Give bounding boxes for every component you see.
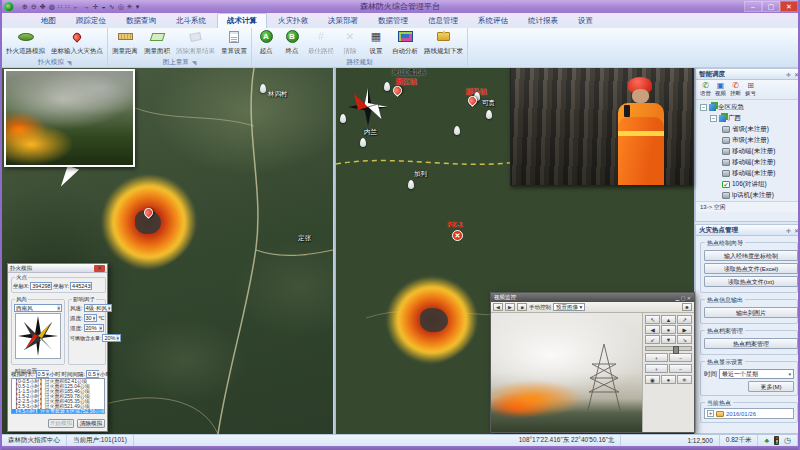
dialog-close-icon[interactable] — [94, 265, 105, 272]
map-pin-icon[interactable] — [340, 114, 346, 123]
auto-analysis-button[interactable]: 自动分析 — [389, 28, 421, 57]
group-launcher-icon[interactable]: ◥ — [192, 59, 197, 66]
tab-map[interactable]: 地图 — [32, 14, 65, 28]
tab-settings[interactable]: 设置 — [569, 14, 602, 28]
dispatch-panel-header[interactable]: 智能调度 ✛ ✕ — [696, 69, 800, 80]
tab-reports[interactable]: 统计报表 — [519, 14, 567, 28]
operator-icon[interactable]: ☻ — [682, 303, 692, 311]
route-end-button[interactable]: B 终点 — [279, 28, 305, 57]
tab-info-mgmt[interactable]: 信息管理 — [419, 14, 467, 28]
globe-icon[interactable]: ◍ — [49, 2, 55, 12]
route-dispatch-button[interactable]: 路线规划下发 — [421, 28, 466, 57]
collapse-icon[interactable]: − — [700, 104, 707, 111]
tree-node-terminal[interactable]: 省级(未注册) — [700, 124, 800, 135]
video-feed[interactable] — [491, 313, 642, 432]
split-view-icon[interactable]: ∷ — [65, 2, 69, 12]
ptz-home-icon[interactable]: ● — [661, 325, 676, 334]
hotspot-panel-header[interactable]: 火灾热点管理 ✛ ✕ — [696, 225, 800, 236]
video-window-buttons[interactable]: ▁ ▢ ✕ — [675, 295, 691, 301]
map-scale-readout[interactable]: 1:12,500 — [681, 435, 719, 446]
humidity-select[interactable]: 20%▾ — [84, 324, 104, 332]
zoom-out-icon[interactable]: ⊖ — [31, 2, 37, 12]
tools-icon[interactable]: ✳ — [127, 2, 133, 12]
focus-far-icon[interactable]: － — [669, 364, 692, 373]
dial-button[interactable]: ⊞拨号 — [745, 82, 756, 97]
ptz-speed-slider[interactable] — [645, 346, 692, 351]
qat-dropdown-icon[interactable]: ▾ — [136, 2, 140, 12]
ptz-down-right-icon[interactable]: ↘ — [677, 335, 692, 344]
back-icon[interactable]: ← — [73, 2, 80, 12]
map-pin-icon[interactable] — [486, 110, 492, 119]
tree-node-root[interactable]: − 全区应急 — [700, 102, 800, 113]
current-hotspot-item[interactable]: + 2016/01/26 — [704, 408, 794, 419]
map-pin-icon[interactable] — [454, 126, 460, 135]
ptz-up-right-icon[interactable]: ↗ — [677, 315, 692, 324]
video-call-button[interactable]: ▣视频 — [715, 82, 726, 97]
measure-distance-button[interactable]: 测量距离 — [109, 28, 141, 57]
tree-node-region[interactable]: − 广西 — [700, 113, 800, 124]
simulation-results-list[interactable]: 【0-0.5小时】过火面积62.41公顷 【0.5-1小时】过火面积125.04… — [11, 378, 105, 414]
wind-speed-select[interactable]: 4级·和风▾ — [84, 304, 113, 312]
pin-icon[interactable]: ✛ — [786, 227, 791, 234]
close-button[interactable] — [780, 1, 798, 12]
tab-system-eval[interactable]: 系统评估 — [469, 14, 517, 28]
interval-select[interactable]: 0.5▾ — [86, 370, 99, 378]
clear-measure-button[interactable]: 清除测量结果 — [173, 28, 218, 57]
globe2-icon[interactable]: ◎ — [118, 2, 124, 12]
coord-x-field[interactable]: 3942987 — [30, 282, 52, 290]
ptz-right-icon[interactable]: ▶ — [677, 325, 692, 334]
video-title-bar[interactable]: 视频监控 ▁ ▢ ✕ — [491, 293, 694, 302]
voice-call-button[interactable]: ✆语音 — [700, 82, 711, 97]
grid-icon[interactable]: ∷ — [58, 2, 62, 12]
duration-select[interactable]: 0.5▾ — [36, 370, 49, 378]
zoom-minus-icon[interactable]: － — [669, 353, 692, 362]
more-button[interactable]: 更多(M) — [748, 381, 794, 392]
read-excel-button[interactable]: 读取热点文件(Excel) — [704, 263, 798, 274]
tree-node-terminal[interactable]: 移动端(未注册) — [700, 146, 800, 157]
time-range-select[interactable]: 最近一个星期▾ — [719, 369, 794, 379]
measure-area-button[interactable]: 测量面积 — [141, 28, 173, 57]
forward-icon[interactable]: → — [83, 2, 90, 12]
fire-location-marker[interactable] — [452, 230, 463, 241]
map-pin-icon[interactable] — [408, 180, 414, 189]
best-route-button[interactable]: 最佳路径 — [305, 28, 337, 57]
archive-manage-button[interactable]: 热点档案管理 — [704, 338, 798, 349]
pin-icon[interactable]: ✛ — [786, 71, 791, 78]
coord-input-hotspot-button[interactable]: 坐标输入火灾热点 — [48, 28, 106, 57]
traffic-light-icon[interactable] — [774, 436, 779, 445]
read-txt-button[interactable]: 读取热点文件(txt) — [704, 276, 798, 287]
snapshot-icon[interactable]: ◉ — [645, 375, 660, 384]
tab-tracking[interactable]: 跟踪定位 — [67, 14, 115, 28]
measure-icon[interactable]: ∿ — [109, 2, 115, 12]
preset-select[interactable]: 预置图像 ▾ — [553, 303, 585, 311]
fire-photo-overlay[interactable] — [4, 69, 135, 167]
tree-node-terminal[interactable]: 移动端(未注册) — [700, 157, 800, 168]
tree-node-terminal[interactable]: ip话机(未注册) — [700, 190, 800, 201]
tree-node-terminal[interactable]: 移动端(未注册) — [700, 168, 800, 179]
app-logo-icon[interactable] — [4, 2, 14, 12]
tab-deployment[interactable]: 决策部署 — [319, 14, 367, 28]
ptz-up-left-icon[interactable]: ↖ — [645, 315, 660, 324]
minimize-button[interactable] — [744, 1, 762, 12]
fire-road-sim-button[interactable]: 扑火道路模拟 — [3, 28, 48, 57]
tree-node-terminal[interactable]: 市级(未注册) — [700, 135, 800, 146]
forest-icon[interactable]: ♣ — [764, 437, 769, 444]
map-pin-icon[interactable] — [384, 82, 390, 91]
ptz-settings-icon[interactable]: ✳ — [677, 375, 692, 384]
pan-icon[interactable]: ✥ — [40, 2, 46, 12]
tab-data-query[interactable]: 数据查询 — [117, 14, 165, 28]
collapse-icon[interactable]: − — [710, 115, 717, 122]
panel-close-icon[interactable]: ✕ — [794, 71, 799, 78]
tree-node-talkgroup[interactable]: 106(对讲组) — [700, 179, 800, 190]
firefighter-photo-overlay[interactable] — [510, 64, 693, 186]
expand-icon[interactable]: + — [707, 410, 714, 417]
tab-fire-fighting[interactable]: 火灾扑救 — [269, 14, 317, 28]
output-to-image-button[interactable]: 输出到图片 — [704, 307, 798, 318]
ptz-down-left-icon[interactable]: ↙ — [645, 335, 660, 344]
input-coords-button[interactable]: 输入经纬度坐标绘制 — [704, 250, 798, 261]
layers-icon[interactable]: ◒ — [102, 2, 106, 12]
play-icon[interactable]: ▶ — [505, 303, 515, 311]
clock-icon[interactable]: ◷ — [784, 436, 791, 445]
group-launcher-icon[interactable]: ◥ — [67, 59, 72, 66]
fuel-moisture-select[interactable]: 20%▾ — [102, 334, 121, 342]
